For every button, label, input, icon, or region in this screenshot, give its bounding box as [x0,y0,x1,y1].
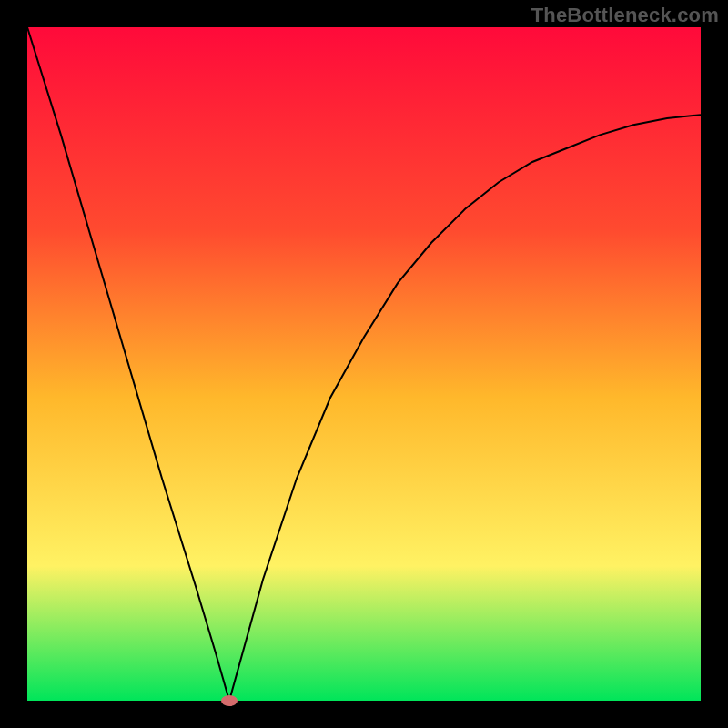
chart-container: TheBottleneck.com [0,0,728,728]
chart-svg [0,0,728,728]
watermark-text: TheBottleneck.com [531,4,719,27]
min-point-dot [221,695,238,706]
